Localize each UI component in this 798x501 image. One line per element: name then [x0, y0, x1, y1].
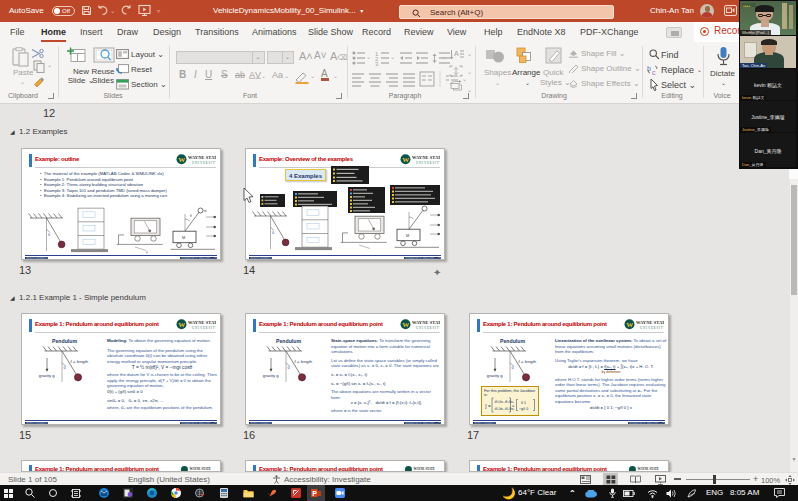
svg-text:gravity g: gravity g [263, 373, 279, 378]
svg-text:Pendulum: Pendulum [276, 338, 301, 344]
svg-text:M: M [182, 236, 185, 240]
svg-text:gravity g: gravity g [39, 373, 55, 378]
svg-text:UNIVERSITY: UNIVERSITY [192, 161, 216, 165]
svg-text:−g/ℓ 0: −g/ℓ 0 [519, 407, 528, 411]
svg-text:𝕁 =: 𝕁 = [485, 404, 491, 409]
svg-text:=: = [512, 403, 515, 408]
svg-text:Pendulum: Pendulum [500, 338, 525, 344]
svg-text:θ: θ [512, 365, 515, 370]
svg-text:UNIVERSITY: UNIVERSITY [640, 326, 664, 330]
svg-text:c: c [652, 69, 656, 76]
svg-text:WAYNE STATE: WAYNE STATE [188, 320, 216, 325]
svg-text:ℓ = length: ℓ = length [71, 359, 89, 364]
svg-text:b: b [647, 65, 651, 72]
svg-text:WAYNE STATE: WAYNE STATE [190, 467, 211, 471]
svg-text:WAYNE STATE: WAYNE STATE [638, 467, 659, 471]
svg-text:WAYNE STATE: WAYNE STATE [412, 320, 440, 325]
svg-text:WAYNE STATE: WAYNE STATE [414, 467, 435, 471]
svg-text:θ: θ [64, 365, 67, 370]
svg-text:W: W [178, 156, 185, 164]
svg-text:P: P [312, 490, 317, 497]
svg-text:θ: θ [190, 214, 192, 218]
svg-text:gravity g: gravity g [487, 373, 503, 378]
svg-text:ℓ = length: ℓ = length [295, 359, 313, 364]
svg-text:3: 3 [375, 61, 379, 67]
svg-text:W: W [402, 321, 409, 329]
svg-text:WAYNE STATE: WAYNE STATE [636, 320, 664, 325]
svg-text:W: W [626, 321, 633, 329]
svg-text:Pendulum: Pendulum [52, 338, 77, 344]
svg-text:θ: θ [48, 233, 50, 237]
svg-text:WAYNE STATE: WAYNE STATE [188, 155, 216, 160]
svg-text:θ: θ [272, 231, 274, 235]
svg-text:A: A [454, 50, 459, 57]
svg-text:μ: μ [146, 250, 148, 254]
svg-text:UNIVERSITY: UNIVERSITY [192, 326, 216, 330]
svg-text:UNIVERSITY: UNIVERSITY [416, 326, 440, 330]
svg-text:0 1: 0 1 [521, 401, 526, 405]
svg-text:W: W [178, 321, 185, 329]
svg-text:ℓ = length: ℓ = length [519, 359, 537, 364]
svg-text:θ: θ [288, 365, 291, 370]
svg-text:M: M [406, 234, 409, 238]
svg-text:m: m [204, 209, 207, 213]
